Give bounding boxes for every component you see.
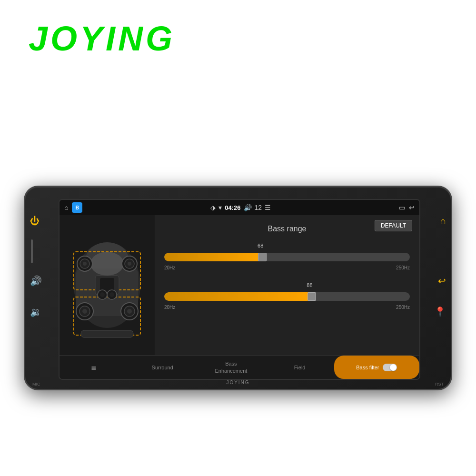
- equalizer-icon: ≣: [91, 364, 97, 371]
- menu-icon[interactable]: ☰: [265, 204, 271, 211]
- home-icon[interactable]: ⌂: [440, 216, 446, 227]
- right-panel: DEFAULT Bass range 68 20Hz: [155, 215, 419, 355]
- bluetooth-icon: ⬗: [210, 204, 216, 211]
- left-bar-1: [31, 239, 33, 263]
- status-back-icon[interactable]: ↩: [409, 204, 415, 211]
- status-home-icon[interactable]: ⌂: [64, 204, 68, 211]
- toggle-knob: [390, 364, 397, 371]
- tab-field[interactable]: Field: [265, 356, 334, 379]
- slider-2-bg: [164, 292, 410, 301]
- volume-down-icon[interactable]: 🔉: [30, 306, 42, 317]
- svg-point-11: [128, 262, 131, 266]
- slider-1-container: 68 20Hz 250Hz: [164, 243, 410, 270]
- slider-2-track[interactable]: [164, 290, 410, 303]
- field-label: Field: [294, 365, 306, 370]
- volume-level: 12: [255, 204, 262, 211]
- tab-bass-enhancement[interactable]: BassEnhancement: [197, 356, 265, 379]
- slider-1-fill: [164, 253, 262, 261]
- bass-filter-toggle[interactable]: [383, 364, 397, 371]
- status-center: ⬗ ▾ 04:26 🔊 12 ☰: [210, 204, 271, 211]
- svg-point-23: [109, 292, 114, 297]
- bass-enhancement-label: BassEnhancement: [215, 360, 247, 374]
- status-bar: ⌂ B ⬗ ▾ 04:26 🔊 12 ☰ ▭ ↩: [60, 200, 419, 215]
- tab-surround[interactable]: Surround: [128, 356, 197, 379]
- status-app-icon[interactable]: B: [72, 202, 82, 213]
- status-left: ⌂ B: [64, 202, 82, 213]
- slider-1-bg: [164, 253, 410, 261]
- device-shell: ⏻ 🔊 🔉 ⌂ ↩ 📍 ⌂ B ⬗ ▾ 04:26 🔊 12 ☰ ▭ ↩: [24, 186, 452, 390]
- left-panel: [60, 215, 155, 355]
- location-icon[interactable]: 📍: [434, 306, 446, 317]
- mic-label: MIC: [32, 382, 40, 387]
- device-brand: JOYING: [226, 380, 249, 385]
- svg-point-19: [127, 309, 132, 314]
- slider-1-track[interactable]: [164, 250, 410, 264]
- car-visual: [67, 226, 148, 345]
- slider-1-labels: 20Hz 250Hz: [164, 265, 410, 270]
- svg-point-8: [83, 262, 87, 266]
- slider-2-thumb[interactable]: [307, 292, 316, 301]
- tab-bass-filter[interactable]: Bass filter: [334, 356, 419, 379]
- svg-rect-24: [81, 330, 133, 337]
- slider-2-min: 20Hz: [164, 305, 175, 310]
- main-content: DEFAULT Bass range 68 20Hz: [60, 215, 419, 355]
- rst-label: RST: [435, 382, 444, 387]
- car-speakers-svg: [67, 226, 148, 345]
- power-icon[interactable]: ⏻: [30, 216, 40, 227]
- slider-1-thumb[interactable]: [258, 253, 267, 261]
- back-icon[interactable]: ↩: [438, 275, 446, 287]
- tab-bar: ≣ Surround BassEnhancement Field Bass fi…: [60, 355, 419, 379]
- slider-1-min: 20Hz: [164, 265, 175, 270]
- volume-up-icon[interactable]: 🔊: [30, 275, 42, 287]
- slider-1-max: 250Hz: [396, 265, 410, 270]
- wifi-icon: ▾: [218, 204, 222, 211]
- slider-2-value-label: 88: [164, 282, 410, 288]
- joying-logo: JOYING: [29, 19, 175, 58]
- volume-icon: 🔊: [244, 204, 252, 211]
- status-time: 04:26: [225, 204, 240, 211]
- slider-2-max: 250Hz: [396, 305, 410, 310]
- bass-filter-label: Bass filter: [356, 365, 379, 370]
- slider-1-value-label: 68: [164, 243, 410, 248]
- svg-point-21: [100, 292, 105, 297]
- surround-label: Surround: [152, 365, 173, 370]
- status-right: ▭ ↩: [399, 204, 415, 211]
- svg-point-3: [90, 252, 124, 276]
- svg-point-16: [82, 309, 87, 314]
- window-icon[interactable]: ▭: [399, 204, 405, 211]
- tab-equalizer[interactable]: ≣: [60, 356, 128, 379]
- default-button[interactable]: DEFAULT: [375, 220, 412, 231]
- bass-range-title: Bass range: [164, 225, 410, 233]
- screen: ⌂ B ⬗ ▾ 04:26 🔊 12 ☰ ▭ ↩: [59, 199, 420, 380]
- slider-2-container: 88 20Hz 250Hz: [164, 282, 410, 310]
- slider-2-fill: [164, 292, 312, 301]
- slider-2-labels: 20Hz 250Hz: [164, 305, 410, 310]
